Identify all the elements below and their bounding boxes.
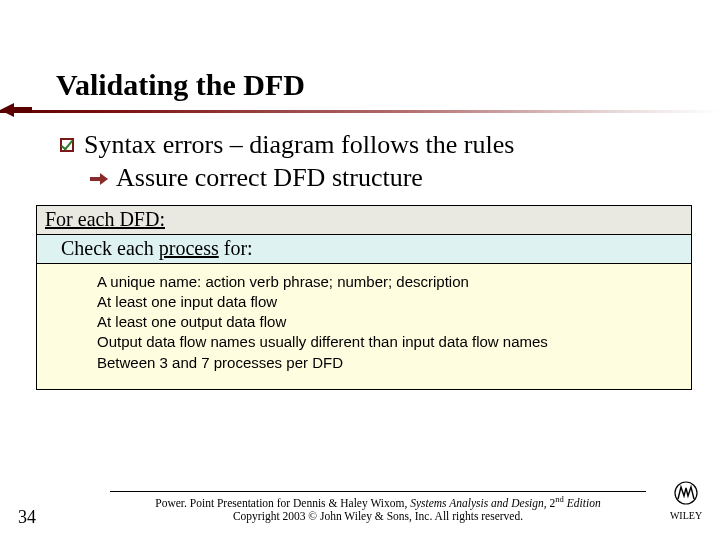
box-row-2: Check each process for: [37,235,691,264]
slide-title: Validating the DFD [0,68,720,102]
credit-1c: , 2 [544,496,556,508]
footer-rule [110,491,646,492]
box-row-1: For each DFD: [37,206,691,235]
wiley-logo-icon: WILEY [666,480,706,526]
check-item: A unique name: action verb phrase; numbe… [97,272,677,292]
credit-1d: nd [555,494,564,504]
check-item: Between 3 and 7 processes per DFD [97,353,677,373]
credit: Power. Point Presentation for Dennis & H… [110,491,646,524]
content-box: For each DFD: Check each process for: A … [36,205,692,390]
slide: Validating the DFD Syntax errors – diagr… [0,0,720,540]
title-arrow-icon [0,103,14,117]
bullet-1-text: Syntax errors – diagram follows the rule… [84,129,514,160]
credit-1a: Power. Point Presentation for Dennis & H… [155,496,410,508]
box-row-2b: process [159,237,219,259]
credit-2: Copyright 2003 © John Wiley & Sons, Inc.… [233,510,523,522]
credit-1b: Systems Analysis and Design [410,496,544,508]
arrow-icon [90,172,108,186]
box-row-2a: Check each [61,237,159,259]
credit-1e: Edition [564,496,601,508]
box-row-2c: for: [219,237,253,259]
footer: 34 Power. Point Presentation for Dennis … [0,470,720,528]
check-item: At least one output data flow [97,312,677,332]
bullet-2-text: Assure correct DFD structure [116,162,423,195]
checkbox-icon [60,138,74,152]
bullet-level-2: Assure correct DFD structure [90,162,678,195]
logo-text: WILEY [670,510,702,521]
body: Syntax errors – diagram follows the rule… [0,113,720,195]
check-item: Output data flow names usually different… [97,332,677,352]
box-row-1-text: For each DFD: [45,208,165,230]
bullet-level-1: Syntax errors – diagram follows the rule… [60,129,678,160]
check-item: At least one input data flow [97,292,677,312]
box-row-3: A unique name: action verb phrase; numbe… [37,264,691,389]
svg-point-0 [675,482,697,504]
page-number: 34 [18,507,36,528]
